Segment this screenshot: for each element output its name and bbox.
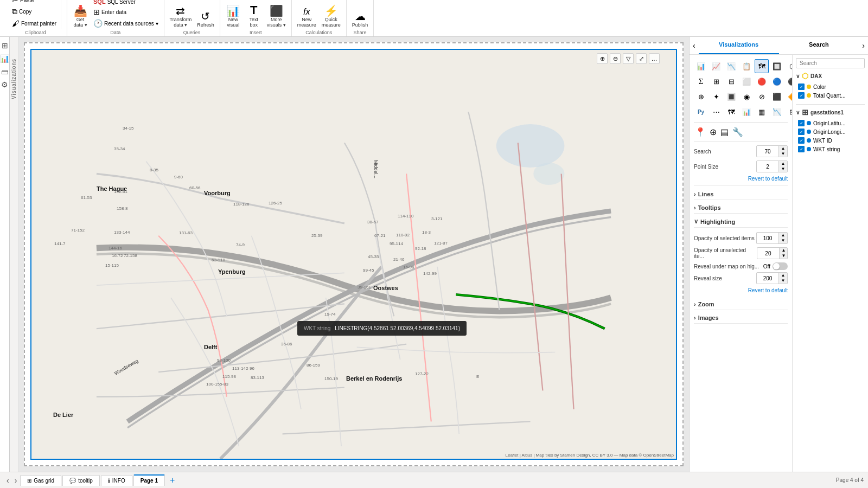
viz-icon-blue[interactable]: 🔵 [770,74,784,88]
left-nav-icon-1[interactable]: ⊞ [2,41,8,50]
point-size-decrement[interactable]: ▼ [778,166,787,172]
field-lat-checkbox[interactable]: ✓ [798,120,805,126]
viz-icon-sigma[interactable]: Σ [694,74,708,88]
field-well-size[interactable]: ⊕ [709,126,718,138]
more-visuals-button[interactable]: ⬛ Morevisuals ▾ [265,4,288,29]
opacity-sel-inc[interactable]: ▲ [778,233,787,238]
refresh-button[interactable]: ↺ Refresh [195,10,216,29]
viz-icon-slash[interactable]: ⊘ [755,89,769,104]
field-color-checkbox[interactable]: ✓ [798,84,805,90]
cut-button[interactable]: ✂Paste [10,0,59,5]
point-size-input[interactable]: 2 [757,163,778,171]
point-size-increment[interactable]: ▲ [778,161,787,166]
opacity-unsel-dec[interactable]: ▼ [779,253,788,259]
viz-icon-area[interactable]: 📉 [724,59,738,73]
field-well-table[interactable]: ▤ [719,126,730,138]
dax-header[interactable]: ∨ ⬡ DAX [796,72,865,80]
point-size-spinbox[interactable]: 2 ▲ ▼ [756,160,788,172]
field-total-checkbox[interactable]: ✓ [798,92,805,99]
opacity-unsel-inc[interactable]: ▲ [779,248,788,253]
zoom-section-header[interactable]: › Zoom [694,299,788,310]
field-wkt-id[interactable]: ✓ WKT ID [796,136,865,145]
reveal-size-input[interactable] [757,274,778,282]
viz-icon-black[interactable]: ⚫ [785,74,792,88]
images-section-header[interactable]: › Images [694,312,788,324]
transform-button[interactable]: ⇄ Transformdata ▾ [168,4,194,29]
opacity-selected-input[interactable] [757,234,778,242]
field-wktstr-checkbox[interactable]: ✓ [798,146,805,152]
map-visual[interactable]: ⊕ ⊖ ▽ ⤢ … The Hague Voorburg Ypenburg De… [30,49,677,460]
field-wktid-checkbox[interactable]: ✓ [798,137,805,144]
tab-nav-left[interactable]: ‹ [4,475,11,486]
field-lon-checkbox[interactable]: ✓ [798,129,805,135]
publish-button[interactable]: ☁ Publish [350,10,371,29]
viz-icon-circle[interactable]: ◉ [739,89,754,104]
viz-icon-bar[interactable]: 📊 [694,59,708,73]
viz-icon-grid3[interactable]: ⊞ [785,105,792,119]
map-zoom-btn[interactable]: ⊕ [597,53,608,64]
tooltips-section-header[interactable]: › Tooltips [694,202,788,214]
search-input[interactable]: 70 [757,147,778,156]
copy-button[interactable]: ⧉Copy [10,6,59,17]
map-more-btn[interactable]: … [649,53,660,64]
field-total-quant[interactable]: ✓ Total Quant... [796,91,865,100]
fields-search-input[interactable] [796,58,865,68]
reveal-toggle[interactable]: Off [763,262,788,270]
lines-section-header[interactable]: › Lines [694,189,788,200]
recent-data-button[interactable]: 🕐Recent data sources ▾ [91,18,161,29]
reveal-size-spinbox[interactable]: ▲ ▼ [756,272,788,284]
map-zoom-out-btn[interactable]: ⊖ [610,53,621,64]
opacity-unselected-input[interactable] [757,249,779,258]
viz-icon-orange[interactable]: 🔶 [785,89,792,104]
left-nav-icon-2[interactable]: 📊 [0,54,9,63]
field-well-paint[interactable]: 🔧 [731,126,744,138]
map-filter-btn[interactable]: ▽ [623,53,634,64]
tab-page1[interactable]: Page 1 [133,474,165,486]
viz-icon-star[interactable]: ✦ [709,89,723,104]
opacity-sel-dec[interactable]: ▼ [778,238,787,243]
highlighting-section-header[interactable]: ∨ Highlighting [694,216,788,228]
reveal-track[interactable] [773,262,788,270]
opacity-selected-spinbox[interactable]: ▲ ▼ [756,232,788,244]
tab-info[interactable]: ℹ INFO [101,475,132,486]
viz-icon-grid2[interactable]: ⊞ [709,74,723,88]
viz-icon-map[interactable]: 🗺 [755,59,769,73]
viz-icon-hex[interactable]: ⬡ [785,59,792,73]
new-visual-button[interactable]: 📊 Newvisual [224,4,243,29]
text-box-button[interactable]: T Textbox [244,3,264,29]
enter-data-button[interactable]: ⊞Enter data [91,7,161,17]
tab-tooltip[interactable]: 💬 tooltip [62,475,100,486]
viz-icon-chart2[interactable]: 📊 [739,105,754,119]
tab-add-button[interactable]: + [166,474,178,487]
new-measure-button[interactable]: fx Newmeasure [295,7,318,29]
panel-collapse-btn[interactable]: ‹ [690,37,699,54]
search-increment[interactable]: ▲ [778,146,787,151]
tab-gas-grid[interactable]: ⊞ Gas grid [20,475,61,486]
viz-icon-line[interactable]: 📈 [709,59,723,73]
left-nav-icon-3[interactable]: 🗃 [1,67,9,76]
reveal-size-dec[interactable]: ▼ [778,278,787,284]
tab-visualizations[interactable]: Visualizations [699,37,779,54]
viz-icon-filled[interactable]: ⬛ [770,89,784,104]
tab-nav-right[interactable]: › [12,475,20,486]
tab-fields[interactable]: Search [779,37,859,54]
viz-icon-minus[interactable]: ⊟ [724,74,738,88]
field-origin-lat[interactable]: ✓ OriginLatitu... [796,119,865,127]
left-nav-icon-4[interactable]: ⚙ [1,80,8,89]
reveal-size-inc[interactable]: ▲ [778,273,787,278]
viz-icon-more[interactable]: ⋯ [709,105,723,119]
get-data-button[interactable]: 📥 Getdata ▾ [71,4,90,29]
format-painter-button[interactable]: 🖌Format painter [10,18,59,29]
quick-measure-button[interactable]: ⚡ Quickmeasure [320,4,343,29]
viz-icon-plus[interactable]: ⊕ [694,89,708,104]
field-origin-lon[interactable]: ✓ OriginLongi... [796,127,865,136]
viz-icon-treemap[interactable]: ▦ [755,105,769,119]
sql-button[interactable]: SQLSQL Server [91,0,161,6]
revert-default-2[interactable]: Revert to default [694,287,788,293]
search-decrement[interactable]: ▼ [778,151,787,157]
viz-icon-waterfall[interactable]: 📉 [770,105,784,119]
search-spinbox[interactable]: 70 ▲ ▼ [756,145,788,157]
viz-icon-red[interactable]: 🔴 [755,74,769,88]
viz-icon-py[interactable]: Py [694,105,708,119]
gasstations-header[interactable]: ∨ ⊞ gasstations1 [796,108,865,117]
